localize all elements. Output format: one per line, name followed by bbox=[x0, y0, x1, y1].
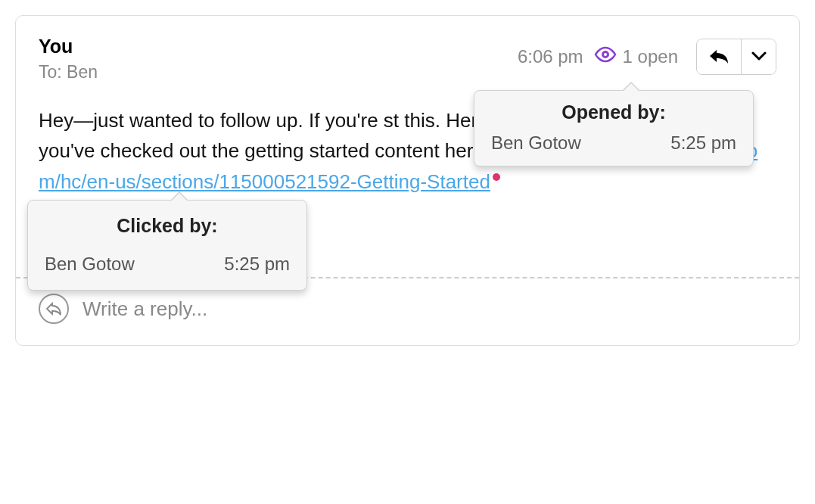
opened-by-popover: Opened by: Ben Gotow 5:25 pm bbox=[474, 90, 754, 166]
open-tracking-indicator[interactable]: 1 open bbox=[594, 46, 678, 67]
sender-name: You bbox=[39, 36, 518, 58]
link-tracker-dot-icon[interactable] bbox=[493, 173, 500, 181]
opened-by-title: Opened by: bbox=[491, 101, 736, 123]
email-header: You To: Ben 6:06 pm 1 open bbox=[16, 16, 799, 90]
reply-input[interactable] bbox=[81, 297, 776, 322]
chevron-down-icon bbox=[751, 51, 767, 64]
svg-point-1 bbox=[604, 53, 607, 56]
reply-icon bbox=[708, 48, 729, 67]
opened-by-name: Ben Gotow bbox=[491, 132, 581, 154]
action-button-group bbox=[696, 39, 776, 75]
clicked-by-row: Ben Gotow 5:25 pm bbox=[45, 250, 290, 278]
clicked-by-name: Ben Gotow bbox=[45, 250, 135, 278]
recipient-line: To: Ben bbox=[39, 62, 518, 82]
reply-button[interactable] bbox=[697, 39, 741, 74]
email-card: You To: Ben 6:06 pm 1 open bbox=[15, 15, 800, 346]
header-meta: 6:06 pm 1 open bbox=[518, 36, 776, 75]
more-actions-button[interactable] bbox=[741, 39, 776, 74]
sender-block: You To: Ben bbox=[39, 36, 518, 82]
clicked-by-popover: Clicked by: Ben Gotow 5:25 pm bbox=[27, 200, 307, 291]
opened-by-time: 5:25 pm bbox=[670, 132, 736, 154]
opened-by-row: Ben Gotow 5:25 pm bbox=[491, 132, 736, 154]
send-time: 6:06 pm bbox=[518, 46, 583, 67]
compose-reply-icon[interactable] bbox=[39, 294, 69, 324]
clicked-by-title: Clicked by: bbox=[45, 211, 290, 241]
open-count-label: 1 open bbox=[623, 46, 678, 67]
eye-icon bbox=[594, 46, 617, 67]
clicked-by-time: 5:25 pm bbox=[224, 250, 290, 278]
